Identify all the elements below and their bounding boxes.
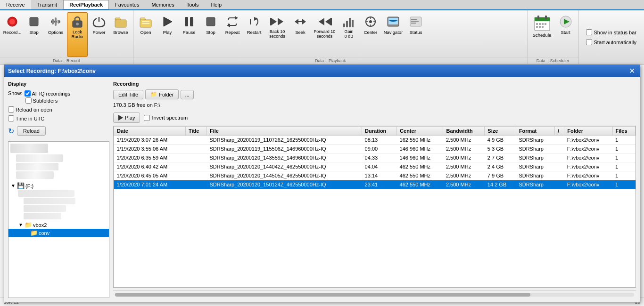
time-in-utc-row[interactable]: Time in UTC: [8, 115, 109, 121]
table-row[interactable]: 1/20/2020 6:40:42 AMSDRSharp_20200120_14…: [114, 162, 636, 171]
reload-button[interactable]: Reload: [17, 126, 46, 136]
reload-on-open-row[interactable]: Reload on open: [8, 106, 109, 113]
svg-marker-21: [278, 18, 283, 25]
back10-label: Back 10seconds: [269, 30, 285, 39]
tab-recplayback[interactable]: Rec/Playback: [63, 0, 109, 9]
data-record-label: Data :: Record: [0, 57, 133, 64]
play-triangle-icon: [118, 115, 123, 121]
svg-rect-8: [58, 20, 59, 24]
tab-memories[interactable]: Memories: [145, 0, 180, 9]
col-folder[interactable]: Folder: [564, 127, 612, 136]
restart-label: Restart: [247, 30, 262, 35]
col-file[interactable]: File: [206, 127, 362, 136]
svg-rect-49: [539, 23, 541, 25]
col-duration[interactable]: Duration: [362, 127, 397, 136]
start-auto-option[interactable]: Start automatically: [586, 39, 637, 45]
tab-favourites[interactable]: Favourites: [109, 0, 145, 9]
tree-item-conv[interactable]: 📁 conv: [8, 229, 109, 237]
all-iq-recordings-row[interactable]: All IQ recordings: [25, 90, 70, 97]
tab-receive[interactable]: Receive: [0, 0, 31, 9]
col-title[interactable]: Title: [186, 127, 207, 136]
vbox2-label: vbox2: [33, 222, 47, 228]
show-status-bar-checkbox[interactable]: [586, 29, 592, 35]
table-row[interactable]: 1/19/2020 3:07:26 AMSDRSharp_20200119_11…: [114, 136, 636, 145]
data-playback-label: Data :: Playback: [133, 57, 528, 64]
col-date[interactable]: Date: [114, 127, 186, 136]
table-row[interactable]: 1/20/2020 7:01:24 AMSDRSharp_20200120_15…: [114, 180, 636, 189]
lock-radio-label: LockRadio: [72, 30, 83, 40]
lock-radio-button[interactable]: LockRadio: [67, 12, 88, 57]
all-iq-checkbox[interactable]: [25, 90, 31, 97]
folder-button[interactable]: 📁 Folder: [145, 89, 179, 99]
svg-rect-11: [115, 20, 126, 27]
play-pb-button[interactable]: Play: [157, 12, 178, 57]
subfolders-checkbox[interactable]: [25, 97, 32, 104]
svg-marker-20: [271, 18, 277, 25]
col-size[interactable]: Size: [485, 127, 516, 136]
status-label: Status: [410, 30, 422, 35]
time-in-utc-checkbox[interactable]: [8, 115, 14, 121]
display-section-title: Display: [8, 81, 109, 87]
table-row[interactable]: 1/20/2020 6:45:05 AMSDRSharp_20200120_14…: [114, 171, 636, 180]
restart-button[interactable]: Restart: [244, 12, 264, 57]
col-files[interactable]: Files: [612, 127, 635, 136]
start-auto-checkbox[interactable]: [586, 39, 592, 45]
more-button[interactable]: ...: [181, 90, 193, 99]
table-row[interactable]: 1/19/2020 3:55:06 AMSDRSharp_20200119_11…: [114, 145, 636, 153]
pause-label: Pause: [183, 30, 196, 35]
svg-rect-47: [545, 16, 547, 19]
recordings-table-container: Date Title File Duration Center Bandwidt…: [113, 126, 636, 288]
free-space-label: 170.3 GB free on F:\: [113, 102, 636, 108]
repeat-button[interactable]: Repeat: [222, 12, 243, 57]
col-format[interactable]: Format: [516, 127, 554, 136]
invert-spectrum-label[interactable]: Invert spectrum: [144, 115, 188, 121]
col-center[interactable]: Center: [397, 127, 443, 136]
gain-button[interactable]: Gain0 dB: [339, 12, 359, 57]
back10-button[interactable]: Back 10seconds: [265, 12, 289, 57]
col-slash[interactable]: /: [554, 127, 564, 136]
open-button[interactable]: Open: [135, 12, 156, 57]
invert-spectrum-checkbox[interactable]: [144, 115, 150, 121]
svg-rect-45: [535, 17, 550, 21]
edit-title-button[interactable]: Edit Title: [113, 90, 143, 99]
tab-transmit[interactable]: Transmit: [31, 0, 63, 9]
fwd10-button[interactable]: Forward 10seconds: [312, 12, 338, 57]
tab-help[interactable]: Help: [205, 0, 228, 9]
svg-rect-52: [536, 26, 538, 28]
col-bandwidth[interactable]: Bandwidth: [443, 127, 485, 136]
browse-label: Browse: [113, 30, 128, 35]
tree-item-vbox2[interactable]: ▼ 📁 vbox2: [8, 221, 109, 229]
table-row[interactable]: 1/20/2020 6:35:59 AMSDRSharp_20200120_14…: [114, 153, 636, 162]
stop-pb-button[interactable]: Stop: [200, 12, 221, 57]
dialog-close-button[interactable]: ✕: [628, 67, 636, 75]
record-button[interactable]: Record...: [2, 12, 23, 57]
schedule-button[interactable]: Schedule: [530, 12, 554, 57]
svg-rect-6: [52, 19, 54, 24]
reload-icon: ↻: [8, 127, 14, 136]
pause-button[interactable]: Pause: [179, 12, 199, 57]
navigator-button[interactable]: Navigator: [382, 12, 405, 57]
stop-button[interactable]: Stop: [24, 12, 44, 57]
folder-tree[interactable]: ▼ 💾 (F:) ▼ 📁 vbox2: [8, 141, 109, 298]
start-button[interactable]: Start: [555, 12, 576, 57]
tree-item-fdrive[interactable]: ▼ 💾 (F:): [8, 182, 109, 190]
options-button[interactable]: Options: [45, 12, 66, 57]
all-iq-label: All IQ recordings: [32, 91, 70, 97]
tab-tools[interactable]: Tools: [181, 0, 205, 9]
play-button[interactable]: Play: [113, 113, 140, 123]
center-label: Center: [364, 30, 378, 35]
browse-button[interactable]: Browse: [110, 12, 131, 57]
power-button[interactable]: Power: [89, 12, 109, 57]
seek-button[interactable]: Seek: [290, 12, 311, 57]
show-status-bar-option[interactable]: Show in status bar: [586, 29, 637, 35]
center-button[interactable]: Center: [360, 12, 381, 57]
svg-rect-16: [206, 17, 215, 26]
fwd10-label: Forward 10seconds: [314, 30, 336, 39]
svg-rect-30: [349, 18, 351, 27]
reload-on-open-checkbox[interactable]: [8, 106, 14, 113]
svg-point-33: [369, 20, 372, 23]
options-label: Options: [48, 30, 64, 35]
status-button[interactable]: Status: [405, 12, 426, 57]
svg-marker-26: [319, 18, 324, 25]
subfolders-row[interactable]: Subfolders: [25, 97, 70, 104]
